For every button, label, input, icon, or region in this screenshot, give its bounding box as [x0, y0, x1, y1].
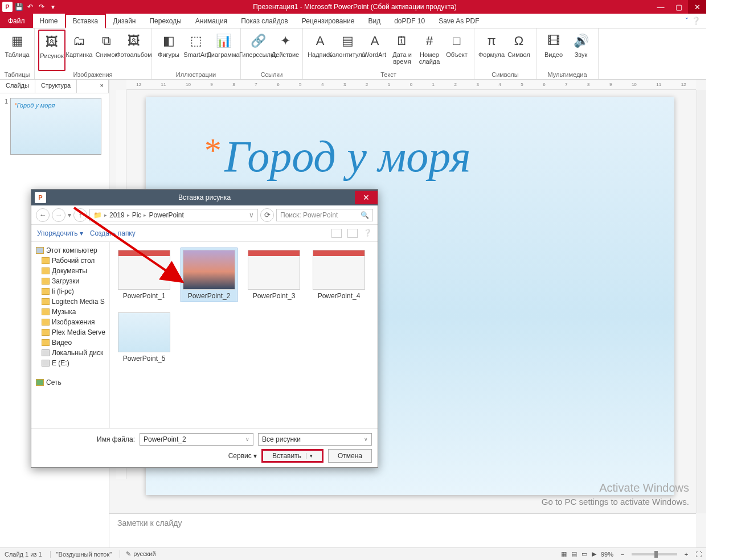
title-bar: P 💾 ↶ ↷ ▾ Презентация1 - Microsoft Power… [0, 0, 706, 14]
tab-вид[interactable]: Вид [361, 14, 387, 28]
view-slideshow-icon[interactable]: ▶ [592, 550, 596, 558]
zoom-slider[interactable] [632, 553, 677, 555]
tab-вставка[interactable]: Вставка [65, 14, 107, 28]
slide-thumbnail[interactable]: 1Город у моря [5, 98, 104, 155]
file-list[interactable]: PowerPoint_1PowerPoint_2PowerPoint_3Powe… [110, 242, 378, 428]
dialog-search-input[interactable]: Поиск: PowerPoint 🔍 [276, 209, 373, 221]
nav-back-button[interactable]: ← [36, 208, 50, 222]
cancel-button[interactable]: Отмена [328, 449, 372, 463]
status-language[interactable]: ✎русский [120, 550, 155, 558]
ribbon-видео[interactable]: 🎞Видео [540, 30, 567, 71]
folder-tree[interactable]: Этот компьютерРабочий столДокументыЗагру… [31, 242, 110, 428]
tab-анимация[interactable]: Анимация [189, 14, 234, 28]
nav-forward-button[interactable]: → [52, 208, 65, 222]
ribbon-формула[interactable]: πФормула [478, 30, 505, 71]
zoom-in-button[interactable]: + [682, 551, 691, 558]
view-reading-icon[interactable]: ▭ [581, 550, 587, 558]
nav-up-button[interactable]: ↑ [73, 208, 87, 222]
file-item[interactable]: PowerPoint_1 [116, 248, 173, 302]
help-icon[interactable]: ❔ [691, 17, 701, 25]
ribbon-номер слайда[interactable]: #Номер слайда [416, 30, 443, 71]
undo-icon[interactable]: ↶ [25, 2, 35, 12]
nav-dropdown-icon[interactable]: ▾ [68, 211, 71, 219]
organize-button[interactable]: Упорядочить ▾ [37, 229, 83, 237]
dialog-close-button[interactable]: ✕ [355, 191, 378, 204]
tab-file[interactable]: Файл [0, 14, 33, 28]
vertical-scrollbar[interactable] [697, 90, 706, 513]
tree-item[interactable]: Изображения [34, 317, 107, 327]
ribbon-снимок[interactable]: ⧉Снимок [93, 30, 120, 71]
filetype-select[interactable]: Все рисунки∨ [258, 433, 372, 446]
ribbon-smartart[interactable]: ⬚SmartArt [182, 30, 210, 71]
view-sorter-icon[interactable]: ▤ [571, 550, 577, 558]
ribbon-wordart[interactable]: AWordArt [361, 30, 388, 71]
window-title: Презентация1 - Microsoft PowerPoint (Сбо… [58, 3, 652, 11]
ribbon-гиперссылка[interactable]: 🔗Гиперссылка [244, 30, 272, 71]
tree-item[interactable]: Документы [34, 266, 107, 276]
tree-item[interactable]: Рабочий стол [34, 256, 107, 266]
tab-dopdf-10[interactable]: doPDF 10 [387, 14, 432, 28]
folder-icon: 📁 [93, 211, 102, 219]
panel-tab-outline[interactable]: Структура [35, 80, 77, 93]
view-options-button[interactable] [331, 229, 342, 238]
ribbon-диаграмма[interactable]: 📊Диаграмма [210, 30, 237, 71]
ribbon-фотоальбом[interactable]: 🖼Фотоальбом [120, 30, 148, 71]
minimize-button[interactable]: — [652, 0, 670, 14]
filename-label: Имя файла: [97, 435, 135, 443]
tree-item[interactable]: Этот компьютер [34, 245, 107, 256]
close-button[interactable]: ✕ [688, 0, 706, 14]
nav-refresh-button[interactable]: ⟳ [260, 208, 274, 222]
tab-save-as-pdf[interactable]: Save As PDF [432, 14, 486, 28]
ribbon-minimize-icon[interactable]: ˇ [686, 17, 688, 25]
tree-item[interactable]: li (li-pc) [34, 286, 107, 297]
dialog-help-icon[interactable]: ❔ [363, 229, 372, 238]
ribbon-картинка[interactable]: 🗂Картинка [65, 30, 93, 71]
insert-button[interactable]: Вставить▾ [261, 449, 323, 463]
tab-рецензирование[interactable]: Рецензирование [295, 14, 362, 28]
ribbon-звук[interactable]: 🔊Звук [567, 30, 595, 71]
tab-показ-слайдов[interactable]: Показ слайдов [234, 14, 295, 28]
ribbon-действие[interactable]: ✦Действие [272, 30, 299, 71]
view-normal-icon[interactable]: ▦ [561, 550, 567, 558]
file-item[interactable]: PowerPoint_4 [310, 248, 367, 302]
ribbon-рисунок[interactable]: 🖼Рисунок [38, 30, 65, 71]
notes-pane[interactable]: Заметки к слайду [109, 513, 696, 547]
ribbon-таблица[interactable]: ▦Таблица [3, 30, 31, 71]
ribbon-фигуры[interactable]: ◧Фигуры [155, 30, 182, 71]
file-item[interactable]: PowerPoint_3 [245, 248, 302, 302]
ribbon-надпись[interactable]: AНадпись [306, 30, 334, 71]
ribbon: ▦ТаблицаТаблицы🖼Рисунок🗂Картинка⧉Снимок🖼… [0, 28, 706, 80]
tree-item[interactable]: Музыка [34, 307, 107, 317]
dialog-footer: Имя файла: PowerPoint_2∨ Все рисунки∨ Се… [31, 428, 378, 467]
slide-title[interactable]: Город у моря [203, 131, 470, 182]
tree-item[interactable]: Plex Media Serve [34, 327, 107, 337]
tools-menu[interactable]: Сервис ▾ [228, 452, 257, 460]
tree-item[interactable]: Локальный диск [34, 348, 107, 358]
ribbon-дата и время[interactable]: 🗓Дата и время [388, 30, 416, 71]
file-item[interactable]: PowerPoint_5 [116, 310, 173, 365]
save-icon[interactable]: 💾 [14, 2, 24, 12]
zoom-out-button[interactable]: − [618, 551, 627, 558]
maximize-button[interactable]: ▢ [670, 0, 688, 14]
ribbon-символ[interactable]: ΩСимвол [505, 30, 533, 71]
tab-переходы[interactable]: Переходы [142, 14, 188, 28]
panel-tab-slides[interactable]: Слайды [0, 80, 35, 93]
fit-icon[interactable]: ⛶ [695, 551, 702, 558]
tree-item[interactable]: Видео [34, 337, 107, 348]
tree-item[interactable]: Сеть [34, 377, 107, 388]
tab-дизайн[interactable]: Дизайн [106, 14, 142, 28]
tree-item[interactable]: E (E:) [34, 358, 107, 368]
panel-close-icon[interactable]: × [96, 80, 109, 93]
new-folder-button[interactable]: Создать папку [90, 229, 136, 237]
file-item[interactable]: PowerPoint_2 [181, 248, 237, 302]
ribbon-колонтитулы[interactable]: ▤Колонтитулы [334, 30, 361, 71]
tab-home[interactable]: Home [33, 14, 65, 28]
filename-input[interactable]: PowerPoint_2∨ [140, 433, 253, 446]
ribbon-объект[interactable]: □Объект [443, 30, 470, 71]
tree-item[interactable]: Загрузки [34, 276, 107, 286]
preview-pane-button[interactable] [347, 229, 358, 238]
redo-icon[interactable]: ↷ [36, 2, 47, 12]
tree-item[interactable]: Logitech Media S [34, 297, 107, 307]
qat-more-icon[interactable]: ▾ [48, 2, 58, 12]
breadcrumb[interactable]: 📁 ▸ 2019▸ Pic▸ PowerPoint ∨ [89, 209, 258, 221]
